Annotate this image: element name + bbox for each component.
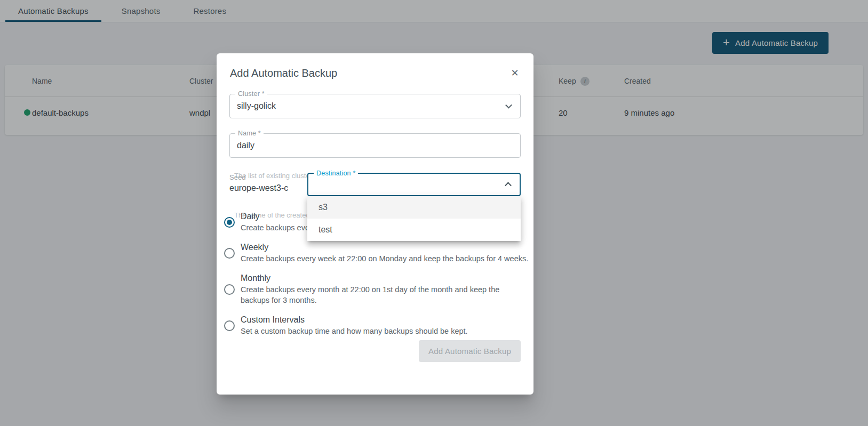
radio-description: Set a custom backup time and how many ba… <box>241 326 529 336</box>
radio-description: Create backups every week at 22:00 on Mo… <box>241 253 529 264</box>
dialog-title: Add Automatic Backup <box>230 67 337 79</box>
seed-label: Seed <box>229 173 245 181</box>
chevron-down-icon <box>505 102 512 109</box>
radio-option-weekly[interactable]: Weekly Create backups every week at 22:0… <box>224 242 529 264</box>
cluster-select[interactable]: Cluster * silly-golick <box>229 94 521 118</box>
radio-option-monthly[interactable]: Monthly Create backups every month at 22… <box>224 273 529 306</box>
radio-label: Weekly <box>241 242 529 253</box>
radio-icon[interactable] <box>224 284 235 295</box>
radio-icon[interactable] <box>224 248 235 259</box>
radio-description: Create backups every month at 22:00 on 1… <box>241 284 529 306</box>
radio-icon[interactable] <box>224 320 235 331</box>
destination-options-menu: s3 test <box>307 196 521 241</box>
destination-select[interactable]: Destination * <box>307 173 521 196</box>
radio-label: Monthly <box>241 273 529 284</box>
chevron-up-icon <box>505 182 512 189</box>
radio-option-custom-intervals[interactable]: Custom Intervals Set a custom backup tim… <box>224 315 529 336</box>
submit-add-backup-button[interactable]: Add Automatic Backup <box>419 340 521 362</box>
name-value: daily <box>237 134 254 157</box>
seed-value: europe-west3-c <box>229 183 288 193</box>
name-field[interactable]: Name * daily <box>229 133 521 158</box>
destination-label: Destination * <box>314 170 358 177</box>
menu-option-s3[interactable]: s3 <box>307 196 521 219</box>
app-root: Automatic Backups Snapshots Restores + A… <box>0 0 868 426</box>
radio-selected-icon[interactable] <box>224 217 235 228</box>
menu-option-test[interactable]: test <box>307 219 521 241</box>
radio-label: Custom Intervals <box>241 315 529 325</box>
cluster-value: silly-golick <box>237 94 276 118</box>
add-backup-dialog: Add Automatic Backup ✕ Cluster * silly-g… <box>217 53 533 395</box>
close-icon[interactable]: ✕ <box>508 66 522 80</box>
